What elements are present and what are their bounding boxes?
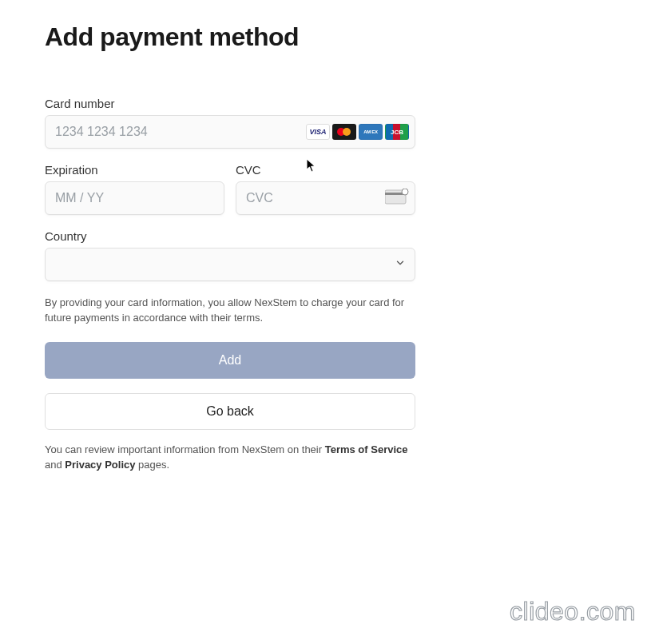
amex-icon: AM EX (359, 124, 383, 140)
disclosure-text: By providing your card information, you … (45, 296, 415, 326)
visa-icon: VISA (306, 124, 330, 140)
go-back-button[interactable]: Go back (45, 393, 415, 430)
jcb-icon: JCB (385, 124, 409, 140)
country-label: Country (45, 229, 415, 243)
legal-text: You can review important information fro… (45, 443, 415, 473)
card-brand-icons: VISA AM EX JCB (306, 124, 409, 140)
terms-of-service-link[interactable]: Terms of Service (325, 443, 408, 455)
country-select[interactable] (45, 248, 415, 281)
legal-conj: and (45, 459, 65, 471)
svg-point-2 (402, 189, 408, 195)
cvc-label: CVC (236, 163, 415, 177)
add-button[interactable]: Add (45, 342, 415, 379)
watermark: clideo.com (510, 597, 636, 626)
privacy-policy-link[interactable]: Privacy Policy (65, 459, 135, 471)
page-title: Add payment method (45, 22, 610, 52)
expiration-label: Expiration (45, 163, 224, 177)
cvc-card-icon (385, 189, 409, 208)
legal-prefix: You can review important information fro… (45, 443, 325, 455)
payment-form: Card number VISA AM EX JCB Expiration CV… (45, 97, 415, 472)
mastercard-icon (332, 124, 356, 140)
card-number-label: Card number (45, 97, 415, 110)
legal-suffix: pages. (135, 459, 169, 471)
expiration-input[interactable] (45, 181, 224, 215)
